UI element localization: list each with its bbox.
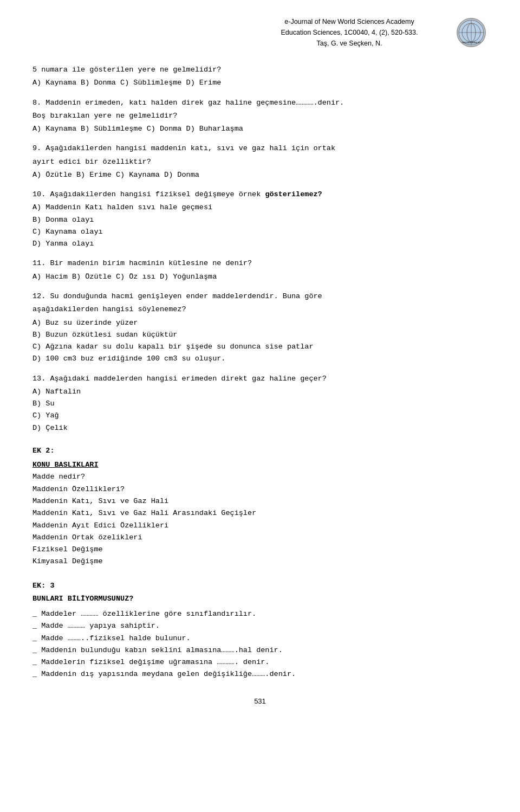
ek3-item-3: _ Madde ………..fiziksel halde bulunur.	[32, 633, 487, 645]
ek3-item-1: _ Maddeler ………… özelliklerine göre sınıf…	[32, 608, 487, 620]
ek3-item-6: _ Maddenin dış yapısında meydana gelen d…	[32, 668, 487, 680]
ek2-item-6: Maddenin Ortak özelikleri	[32, 532, 487, 544]
ek2-item-7: Fiziksel Değişme	[32, 544, 487, 556]
ek3-item-2: _ Madde ………… yapıya sahiptir.	[32, 620, 487, 632]
answer-12-a: A) Buz su üzerinde yüzer	[32, 317, 487, 329]
question-13: 13. Aşağıdaki maddelerden hangisi erimed…	[32, 373, 487, 434]
answer-10-a: A) Maddenin Katı halden sıvı hale geçmes…	[32, 202, 487, 214]
answer-12-b: B) Buzun özkütlesi sudan küçüktür	[32, 329, 487, 341]
question-8-continuation: Boş bırakılan yere ne gelmelidir?	[32, 110, 487, 122]
answer-13-d: D) Çelik	[32, 422, 487, 434]
question-13-answers: A) Naftalin B) Su C) Yağ D) Çelik	[32, 386, 487, 434]
ek2-subtitle: KONU BASLIKLARI	[32, 461, 99, 469]
answer-12-c: C) Ağzına kadar su dolu kapalı bir şişed…	[32, 341, 487, 353]
question-11: 11. Bir madenin birim hacminin kütlesine…	[32, 257, 487, 283]
journal-line3: Taş, G. ve Seçken, N.	[244, 38, 455, 49]
page-footer: 531	[32, 697, 487, 705]
question-5: 5 numara ile gösterilen yere ne gelmelid…	[32, 64, 487, 89]
ek3-title: EK: 3	[32, 582, 55, 590]
question-5-text: 5 numara ile gösterilen yere ne gelmelid…	[32, 64, 487, 76]
journal-line2: Education Sciences, 1C0040, 4, (2), 520-…	[244, 27, 455, 38]
ek2-section: EK 2: KONU BASLIKLARI Madde nedir? Madde…	[32, 445, 487, 568]
answer-13-c: C) Yağ	[32, 410, 487, 422]
answer-12-d: D) 100 cm3 buz eridiğinde 100 cm3 su olu…	[32, 353, 487, 365]
journal-line1: e-Journal of New World Sciences Academy	[244, 16, 455, 27]
question-11-text: 11. Bir madenin birim hacminin kütlesine…	[32, 257, 487, 269]
question-9-answers: A) Özütle B) Erime C) Kaynama D) Donma	[32, 169, 487, 181]
answer-13-b: B) Su	[32, 398, 487, 410]
ek2-items: Madde nedir? Maddenin Özellikleri? Madde…	[32, 471, 487, 568]
page: e-Journal of New World Sciences Academy …	[0, 0, 520, 812]
ek2-title: EK 2:	[32, 447, 55, 455]
journal-logo: www.newwsa.com	[455, 16, 487, 49]
answer-line: A) Kaynama B) Donma C) Süblimleşme D) Er…	[32, 77, 487, 89]
svg-text:www.newwsa.com: www.newwsa.com	[459, 41, 483, 44]
page-number: 531	[254, 697, 266, 705]
journal-info: e-Journal of New World Sciences Academy …	[244, 16, 455, 49]
ek2-item-4: Maddenin Katı, Sıvı ve Gaz Hali Arasında…	[32, 507, 487, 519]
question-10: 10. Aşağıdakilerden hangisi fiziksel değ…	[32, 189, 487, 250]
answer-10-b: B) Donma olayı	[32, 214, 487, 226]
question-8: 8. Maddenin erimeden, katı halden direk …	[32, 97, 487, 136]
ek2-item-3: Maddenin Katı, Sıvı ve Gaz Hali	[32, 495, 487, 507]
question-12-text: 12. Su donduğunda hacmi genişleyen ender…	[32, 291, 487, 302]
answer-10-d: D) Yanma olayı	[32, 238, 487, 250]
question-13-text: 13. Aşağıdaki maddelerden hangisi erimed…	[32, 373, 487, 385]
ek2-item-2: Maddenin Özellikleri?	[32, 484, 487, 495]
logo-image: www.newwsa.com	[457, 18, 486, 47]
logo-svg: www.newwsa.com	[458, 19, 485, 46]
question-9: 9. Aşağıdakilerden hangisi maddenin katı…	[32, 143, 487, 181]
ek2-item-5: Maddenin Ayıt Edici Özellikleri	[32, 520, 487, 532]
question-8-text: 8. Maddenin erimeden, katı halden direk …	[32, 97, 487, 109]
question-9-text2: ayırt edici bir özelliktir?	[32, 156, 487, 168]
ek3-item-4: _ Maddenin bulunduğu kabın seklini almas…	[32, 645, 487, 656]
ek3-item-5: _ Maddelerin fiziksel değişime uğramasın…	[32, 656, 487, 668]
question-12-answers: A) Buz su üzerinde yüzer B) Buzun özkütl…	[32, 317, 487, 365]
ek3-subtitle: BUNLARI BİLİYORMUSUNUZ?	[32, 595, 133, 603]
answer-13-a: A) Naftalin	[32, 386, 487, 398]
answer-line: A) Kaynama B) Süblimleşme C) Donma D) Bu…	[32, 123, 487, 135]
question-9-text: 9. Aşağıdakilerden hangisi maddenin katı…	[32, 143, 487, 154]
question-11-answers: A) Hacim B) Özütle C) Öz ısı D) Yoğunlaş…	[32, 271, 487, 283]
ek2-item-1: Madde nedir?	[32, 471, 487, 483]
main-content: 5 numara ile gösterilen yere ne gelmelid…	[32, 64, 487, 681]
question-5-answers: A) Kaynama B) Donma C) Süblimleşme D) Er…	[32, 77, 487, 89]
question-10-text: 10. Aşağıdakilerden hangisi fiziksel değ…	[32, 189, 487, 201]
page-header: e-Journal of New World Sciences Academy …	[32, 16, 487, 49]
question-8-answers: A) Kaynama B) Süblimleşme C) Donma D) Bu…	[32, 123, 487, 135]
ek3-items: _ Maddeler ………… özelliklerine göre sınıf…	[32, 608, 487, 681]
question-12-text2: aşağıdakilerden hangisi söylenemez?	[32, 304, 487, 315]
question-10-answers: A) Maddenin Katı halden sıvı hale geçmes…	[32, 202, 487, 250]
answer-line: A) Hacim B) Özütle C) Öz ısı D) Yoğunlaş…	[32, 271, 487, 283]
answer-10-c: C) Kaynama olayı	[32, 226, 487, 238]
answer-line: A) Özütle B) Erime C) Kaynama D) Donma	[32, 169, 487, 181]
ek3-section: EK: 3 BUNLARI BİLİYORMUSUNUZ? _ Maddeler…	[32, 580, 487, 681]
ek2-item-8: Kimyasal Değişme	[32, 556, 487, 568]
question-12: 12. Su donduğunda hacmi genişleyen ender…	[32, 291, 487, 365]
